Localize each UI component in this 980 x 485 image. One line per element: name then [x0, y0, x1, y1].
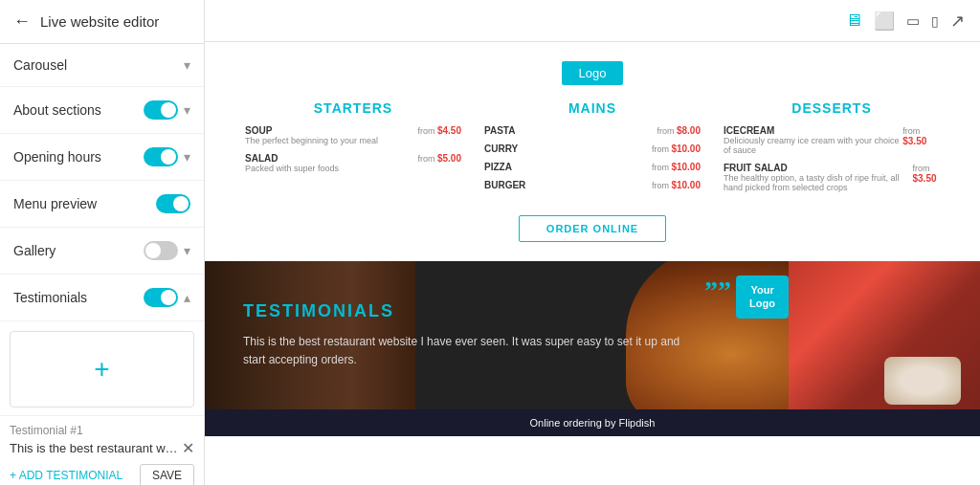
burger-name: BURGER	[484, 180, 525, 190]
about-toggle[interactable]	[144, 100, 178, 120]
menu-item-salad: SALAD Packed with super foods from $5.00	[245, 153, 461, 173]
icecream-desc: Deliciously creamy ice cream with your c…	[724, 136, 902, 155]
menu-item-fruitsalad: FRUIT SALAD The healthy option, a tasty …	[724, 163, 940, 192]
menu-preview-label: Menu preview	[13, 196, 156, 211]
mobile-icon[interactable]: ▯	[931, 13, 939, 29]
desktop-icon[interactable]: 🖥	[845, 11, 862, 31]
opening-hours-toggle[interactable]	[144, 147, 178, 166]
testimonials-expanded-panel: +	[0, 321, 204, 416]
your-logo-badge: YourLogo	[736, 276, 789, 319]
sidebar-item-about[interactable]: About sections ▾	[0, 87, 204, 134]
sidebar-header: ← Live website editor	[0, 0, 204, 44]
order-online-button[interactable]: ORDER ONLINE	[519, 215, 666, 242]
pasta-price: $8.00	[677, 125, 701, 136]
opening-hours-label: Opening hours	[13, 149, 144, 165]
soup-price: $4.50	[437, 125, 461, 136]
menu-item-soup: SOUP The perfect beginning to your meal …	[245, 125, 461, 145]
preview-footer: Online ordering by Flipdish	[205, 409, 980, 436]
desserts-column: DESSERTS ICECREAM Deliciously creamy ice…	[712, 100, 951, 200]
page-title: Live website editor	[40, 13, 159, 30]
menu-item-icecream: ICECREAM Deliciously creamy ice cream wi…	[724, 125, 940, 155]
sidebar-item-opening-hours[interactable]: Opening hours ▾	[0, 134, 204, 181]
sidebar-item-testimonials[interactable]: Testimonials ▴	[0, 275, 204, 321]
menu-item-burger: BURGER from $10.00	[484, 180, 701, 190]
testimonials-chevron: ▴	[184, 290, 190, 305]
salad-desc: Packed with super foods	[245, 164, 339, 173]
salad-from: from	[417, 154, 437, 164]
curry-name: CURRY	[484, 143, 518, 154]
gallery-slider[interactable]	[144, 241, 178, 260]
testimonials-section-text: This is the best restaurant website I ha…	[243, 333, 702, 369]
fruitsalad-desc: The healthy option, a tasty dish of ripe…	[724, 173, 913, 192]
top-bar: 🖥 ⬜ ▭ ▯ ↗	[205, 0, 980, 42]
salad-name: SALAD	[245, 153, 339, 164]
testimonial-add-box[interactable]: +	[10, 331, 194, 408]
carousel-label: Carousel	[13, 57, 184, 73]
gallery-label: Gallery	[13, 243, 144, 258]
testimonials-label: Testimonials	[13, 290, 144, 305]
icecream-price: $3.50	[902, 136, 926, 146]
opening-hours-slider[interactable]	[144, 147, 178, 166]
back-icon[interactable]: ←	[13, 11, 31, 32]
pizza-name: PIZZA	[484, 162, 512, 172]
testimonials-preview-section: YourLogo ”” TESTIMONIALS This is the bes…	[205, 261, 980, 409]
website-preview: Logo STARTERS SOUP The perfect beginning…	[205, 42, 980, 485]
testimonial-text[interactable]: This is the best restaurant website I ha…	[10, 441, 178, 455]
add-testimonial-link[interactable]: + ADD TESTIMONIAL	[10, 469, 122, 482]
opening-hours-chevron: ▾	[184, 149, 190, 165]
menu-item-curry: CURRY from $10.00	[484, 143, 701, 154]
sidebar-item-menu-preview[interactable]: Menu preview	[0, 181, 204, 228]
testimonial-input-row: This is the best restaurant website I ha…	[10, 441, 194, 456]
burger-price: $10.00	[671, 180, 701, 190]
gallery-toggle[interactable]	[144, 241, 178, 260]
logo-button[interactable]: Logo	[562, 61, 624, 85]
menu-item-pasta: PASTA from $8.00	[484, 125, 701, 136]
testimonials-section-title: TESTIMONIALS	[243, 301, 702, 321]
testimonial-actions: + ADD TESTIMONIAL SAVE	[10, 464, 194, 485]
main-content: 🖥 ⬜ ▭ ▯ ↗ Logo STARTERS SOUP The perfect…	[205, 0, 980, 485]
testimonials-slider[interactable]	[144, 288, 178, 307]
salad-price: $5.00	[437, 153, 461, 164]
soup-from: from	[417, 126, 437, 136]
menu-section: Logo STARTERS SOUP The perfect beginning…	[205, 42, 980, 261]
save-button[interactable]: SAVE	[140, 464, 194, 485]
mains-column: MAINS PASTA from $8.00 CURRY from $10.00…	[473, 100, 712, 200]
soup-name: SOUP	[245, 125, 378, 136]
add-testimonial-icon: +	[94, 354, 109, 385]
testimonials-toggle[interactable]	[144, 288, 178, 307]
menu-columns: STARTERS SOUP The perfect beginning to y…	[234, 100, 951, 200]
testimonial-edit-area: Testimonial #1 This is the best restaura…	[0, 416, 204, 485]
sidebar-item-carousel[interactable]: Carousel ▾	[0, 44, 204, 87]
menu-preview-toggle[interactable]	[156, 194, 190, 213]
about-toggle-slider[interactable]	[144, 100, 178, 120]
quote-marks: ””	[704, 276, 731, 306]
about-label: About sections	[13, 102, 144, 118]
gallery-chevron: ▾	[184, 243, 190, 258]
soup-desc: The perfect beginning to your meal	[245, 136, 378, 145]
starters-title: STARTERS	[245, 100, 461, 116]
footer-text: Online ordering by Flipdish	[530, 417, 656, 429]
testimonial-close-icon[interactable]: ✕	[182, 441, 194, 456]
curry-price: $10.00	[671, 143, 701, 154]
fruitsalad-name: FRUIT SALAD	[724, 163, 913, 173]
testimonials-content: TESTIMONIALS This is the best restaurant…	[243, 301, 702, 369]
tablet-portrait-icon[interactable]: ▭	[906, 12, 920, 30]
icecream-name: ICECREAM	[724, 125, 902, 136]
external-link-icon[interactable]: ↗	[950, 11, 965, 32]
pasta-name: PASTA	[484, 125, 515, 136]
menu-item-pizza: PIZZA from $10.00	[484, 162, 701, 172]
pizza-price: $10.00	[671, 162, 701, 172]
about-chevron: ▾	[184, 102, 190, 118]
testimonial-number: Testimonial #1	[10, 424, 194, 437]
carousel-chevron: ▾	[184, 57, 190, 73]
sidebar: ← Live website editor Carousel ▾ About s…	[0, 0, 205, 485]
tablet-landscape-icon[interactable]: ⬜	[874, 11, 895, 32]
sidebar-item-gallery[interactable]: Gallery ▾	[0, 228, 204, 275]
starters-column: STARTERS SOUP The perfect beginning to y…	[234, 100, 473, 200]
salt-bowl	[884, 357, 961, 405]
menu-preview-slider[interactable]	[156, 194, 190, 213]
mains-title: MAINS	[484, 100, 701, 116]
desserts-title: DESSERTS	[724, 100, 940, 116]
fruitsalad-price: $3.50	[913, 173, 937, 184]
